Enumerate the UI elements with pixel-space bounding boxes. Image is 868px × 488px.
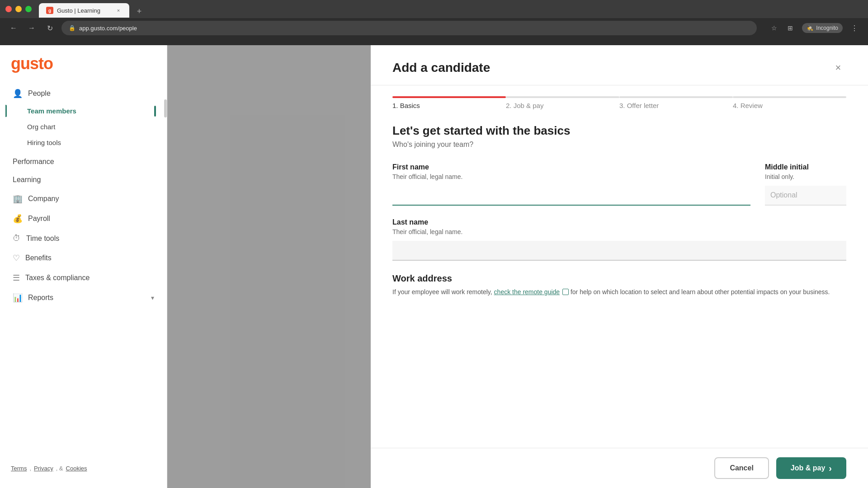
middle-initial-input[interactable]: [765, 186, 846, 206]
benefits-icon: ♡: [13, 253, 20, 263]
sidebar-item-people[interactable]: 👤 People: [5, 84, 161, 103]
modal-footer: Cancel Job & pay ›: [371, 448, 868, 488]
name-row: First name Their official, legal name. M…: [392, 163, 846, 206]
step-review-bar: [733, 96, 846, 98]
sidebar-item-hiring-tools-label: Hiring tools: [27, 139, 61, 146]
terms-link[interactable]: Terms: [11, 465, 27, 472]
window-close-button[interactable]: [5, 6, 12, 12]
sidebar-item-time-tools[interactable]: ⏱ Time tools: [5, 229, 161, 248]
last-name-label: Last name: [392, 218, 846, 226]
sidebar: gusto 👤 People Team members Org chart Hi…: [0, 45, 167, 488]
sidebar-item-company-label: Company: [28, 195, 59, 203]
sidebar-item-payroll-label: Payroll: [28, 215, 50, 223]
modal-body: Let's get started with the basics Who's …: [371, 109, 868, 448]
external-link-icon: [562, 289, 569, 295]
middle-initial-label: Middle initial: [765, 163, 846, 171]
incognito-label: Incognito: [816, 25, 838, 31]
remote-guide-link[interactable]: check the remote guide: [494, 288, 560, 296]
logo-text: gusto: [11, 54, 53, 73]
people-icon: 👤: [13, 89, 23, 99]
sidebar-item-company[interactable]: 🏢 Company: [5, 189, 161, 208]
cancel-button[interactable]: Cancel: [714, 457, 769, 479]
sidebar-item-org-chart[interactable]: Org chart: [5, 119, 161, 135]
sidebar-item-team-members[interactable]: Team members: [5, 103, 161, 119]
sidebar-item-people-label: People: [28, 89, 51, 98]
people-group: 👤 People Team members Org chart Hiring t…: [5, 84, 161, 150]
sidebar-item-taxes-label: Taxes & compliance: [25, 274, 90, 282]
back-button[interactable]: ←: [7, 22, 20, 34]
step-offer-letter-label: 3. Offer letter: [619, 102, 733, 109]
modal-header: Add a candidate ×: [371, 45, 868, 85]
first-name-hint: Their official, legal name.: [392, 173, 750, 180]
sidebar-item-learning[interactable]: Learning: [5, 171, 161, 188]
step-basics[interactable]: 1. Basics: [392, 96, 506, 109]
step-job-pay[interactable]: 2. Job & pay: [506, 96, 619, 109]
sidebar-item-benefits[interactable]: ♡ Benefits: [5, 249, 161, 267]
sidebar-item-taxes[interactable]: ☰ Taxes & compliance: [5, 268, 161, 287]
refresh-button[interactable]: ↻: [43, 22, 56, 34]
step-offer-letter-bar: [619, 96, 733, 98]
address-bar-actions: ☆ ⊞: [768, 22, 797, 34]
browser-titlebar: g Gusto | Learning × +: [0, 0, 868, 18]
last-name-input[interactable]: [392, 241, 846, 261]
company-icon: 🏢: [13, 194, 23, 204]
active-indicator: [154, 106, 156, 117]
sidebar-item-time-tools-label: Time tools: [26, 235, 59, 243]
first-name-group: First name Their official, legal name.: [392, 163, 750, 206]
active-tab[interactable]: g Gusto | Learning ×: [39, 3, 129, 18]
modal-title: Add a candidate: [392, 61, 490, 75]
incognito-icon: 🕵: [807, 25, 813, 31]
step-basics-label: 1. Basics: [392, 102, 506, 109]
forward-button[interactable]: →: [25, 22, 38, 34]
window-minimize-button[interactable]: [15, 6, 22, 12]
time-tools-icon: ⏱: [13, 234, 21, 243]
new-tab-button[interactable]: +: [133, 5, 146, 18]
sidebar-item-learning-label: Learning: [13, 176, 41, 184]
extensions-button[interactable]: ⊞: [784, 22, 797, 34]
app-layout: gusto 👤 People Team members Org chart Hi…: [0, 45, 868, 488]
sidebar-scroll-indicator: [164, 99, 167, 117]
window-maximize-button[interactable]: [25, 6, 32, 12]
next-button[interactable]: Job & pay ›: [776, 457, 846, 479]
first-name-input[interactable]: [392, 186, 750, 206]
steps-container: 1. Basics 2. Job & pay 3. Offer letter 4…: [371, 85, 868, 109]
next-button-label: Job & pay: [791, 464, 825, 472]
sidebar-item-performance-label: Performance: [13, 158, 54, 166]
sidebar-footer: Terms , Privacy , & Cookies: [0, 458, 167, 479]
address-url: app.gusto.com/people: [79, 25, 137, 32]
last-name-group: Last name Their official, legal name.: [392, 218, 846, 261]
incognito-badge: 🕵 Incognito: [802, 23, 843, 33]
sidebar-nav: 👤 People Team members Org chart Hiring t…: [0, 84, 167, 307]
work-address-desc-before: If your employee will work remotely,: [392, 288, 492, 296]
middle-initial-hint: Initial only.: [765, 173, 846, 180]
last-name-row: Last name Their official, legal name.: [392, 218, 846, 261]
privacy-link[interactable]: Privacy: [34, 465, 53, 472]
sidebar-logo: gusto: [0, 54, 167, 84]
step-offer-letter[interactable]: 3. Offer letter: [619, 96, 733, 109]
cookies-link[interactable]: Cookies: [66, 465, 87, 472]
address-bar[interactable]: 🔒 app.gusto.com/people: [61, 21, 757, 35]
step-basics-bar: [392, 96, 506, 98]
address-bar-row: ← → ↻ 🔒 app.gusto.com/people ☆ ⊞ 🕵 Incog…: [0, 18, 868, 38]
more-options-button[interactable]: ⋮: [848, 22, 861, 34]
next-arrow-icon: ›: [829, 463, 832, 474]
tab-title: Gusto | Learning: [57, 7, 100, 14]
middle-initial-group: Middle initial Initial only.: [765, 163, 846, 206]
modal-close-button[interactable]: ×: [830, 60, 846, 76]
bookmark-button[interactable]: ☆: [768, 22, 780, 34]
modal-panel: Add a candidate × 1. Basics 2. Job & pay: [371, 45, 868, 488]
window-controls: [5, 6, 32, 12]
sidebar-item-hiring-tools[interactable]: Hiring tools: [5, 135, 161, 150]
step-job-pay-bar: [506, 96, 619, 98]
step-review[interactable]: 4. Review: [733, 96, 846, 109]
content-area: Add a candidate × 1. Basics 2. Job & pay: [167, 45, 868, 488]
sidebar-item-reports[interactable]: 📊 Reports ▾: [5, 288, 161, 307]
work-address-title: Work address: [392, 273, 846, 284]
sidebar-item-payroll[interactable]: 💰 Payroll: [5, 209, 161, 228]
sidebar-item-benefits-label: Benefits: [25, 254, 52, 262]
sidebar-item-team-members-label: Team members: [27, 107, 76, 115]
tab-bar: g Gusto | Learning × +: [39, 0, 863, 18]
sidebar-item-performance[interactable]: Performance: [5, 153, 161, 170]
sidebar-item-org-chart-label: Org chart: [27, 123, 56, 131]
tab-close-button[interactable]: ×: [115, 7, 122, 14]
